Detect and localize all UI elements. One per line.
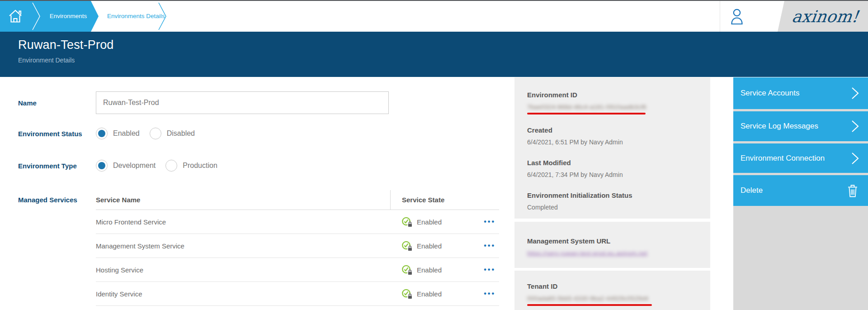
- managed-services-table: Service Name Service State Micro Fronten…: [96, 190, 499, 306]
- topbar-divider: [720, 1, 720, 32]
- name-input[interactable]: [96, 91, 389, 114]
- environment-id-label: Environment ID: [527, 91, 698, 99]
- environment-type-label: Environment Type: [18, 162, 96, 170]
- init-status-label: Environment Initialization Status: [527, 191, 698, 200]
- last-modified-value: 6/4/2021, 7:34 PM by Navy Admin: [527, 171, 698, 179]
- environment-connection-label: Environment Connection: [741, 154, 825, 163]
- created-value: 6/4/2021, 6:51 PM by Navy Admin: [527, 138, 698, 146]
- last-modified-label: Last Modified: [527, 159, 698, 167]
- page-title: Ruwan-Test-Prod: [18, 38, 868, 52]
- chevron-right-icon: [851, 119, 859, 134]
- chevron-right-icon: [851, 86, 859, 100]
- service-state-cell: Enabled •••: [390, 210, 499, 234]
- row-actions-ellipsis-button[interactable]: •••: [484, 218, 495, 225]
- service-state-text: Enabled: [417, 218, 442, 226]
- service-state-text: Enabled: [417, 266, 442, 274]
- environment-id-value-masked: 7bae0324-668d-46c4-a181-0910aadb3cf6: [527, 103, 698, 111]
- table-row: Micro Frontend Service Enabled •••: [96, 210, 499, 234]
- service-state-text: Enabled: [417, 290, 442, 298]
- tenant-id-label: Tenant ID: [527, 282, 698, 291]
- breadcrumb-separator-icon: [0, 1, 50, 32]
- info-card-tenant: Tenant ID 000ada85-5bb5-4330-9ba2-44929c…: [514, 271, 710, 310]
- environment-status-label: Environment Status: [18, 129, 96, 138]
- service-name-cell: Micro Frontend Service: [96, 218, 390, 226]
- redaction-underline: [527, 304, 652, 306]
- enabled-check-lock-icon: [401, 264, 413, 275]
- table-row: Identity Service Enabled •••: [96, 282, 499, 306]
- enabled-check-lock-icon: [401, 240, 413, 251]
- managed-services-label: Managed Services: [18, 190, 96, 204]
- service-state-cell: Enabled •••: [390, 258, 499, 281]
- page-header: Ruwan-Test-Prod Environment Details: [0, 32, 868, 77]
- delete-label: Delete: [741, 186, 763, 195]
- axinom-logo: axinom!: [778, 1, 868, 32]
- axinom-logo-text: axinom!: [786, 7, 860, 26]
- service-name-cell: Hosting Service: [96, 266, 390, 274]
- environment-status-radio-group: Enabled Disabled: [96, 128, 205, 139]
- row-actions-ellipsis-button[interactable]: •••: [484, 290, 495, 297]
- environment-form: Name Environment Status Enabled Disabled…: [0, 77, 513, 306]
- user-icon: [729, 8, 745, 25]
- row-actions-ellipsis-button[interactable]: •••: [484, 266, 495, 273]
- service-accounts-button[interactable]: Service Accounts: [733, 77, 868, 109]
- breadcrumb-bar: Environments Environments Details axinom…: [0, 0, 868, 32]
- service-state-cell: Enabled •••: [390, 234, 499, 258]
- delete-button[interactable]: Delete: [733, 175, 868, 206]
- service-name-cell: Management System Service: [96, 242, 390, 250]
- column-header-service-name: Service Name: [96, 196, 390, 204]
- radio-status-disabled[interactable]: [150, 128, 161, 139]
- environment-info-panel: Environment ID 7bae0324-668d-46c4-a181-0…: [514, 77, 710, 310]
- service-state-text: Enabled: [417, 242, 442, 250]
- radio-status-enabled-label[interactable]: Enabled: [113, 129, 140, 138]
- tenant-id-value-masked: 000ada85-5bb5-4330-9ba2-44929c0529d4: [527, 295, 698, 302]
- radio-status-enabled[interactable]: [96, 128, 108, 139]
- user-menu-button[interactable]: [729, 8, 745, 25]
- column-header-service-state: Service State: [390, 190, 499, 210]
- service-log-messages-button[interactable]: Service Log Messages: [733, 111, 868, 141]
- enabled-check-lock-icon: [401, 288, 413, 299]
- service-accounts-label: Service Accounts: [741, 89, 799, 98]
- page-subtitle: Environment Details: [18, 57, 868, 64]
- table-row: Hosting Service Enabled •••: [96, 258, 499, 282]
- service-name-cell: Identity Service: [96, 290, 390, 298]
- management-system-url-label: Management System URL: [527, 237, 698, 245]
- service-state-cell: Enabled •••: [390, 282, 499, 305]
- name-label: Name: [18, 99, 96, 107]
- created-label: Created: [527, 126, 698, 134]
- breadcrumb-active-arrow: Environments: [0, 1, 99, 32]
- init-status-value: Completed: [527, 204, 698, 211]
- main-content: Name Environment Status Enabled Disabled…: [0, 77, 868, 310]
- radio-type-production-label[interactable]: Production: [183, 162, 217, 170]
- redaction-underline: [527, 113, 646, 114]
- breadcrumb-environments[interactable]: Environments: [47, 1, 90, 32]
- radio-status-disabled-label[interactable]: Disabled: [167, 129, 195, 138]
- radio-type-development[interactable]: [96, 160, 108, 172]
- row-actions-ellipsis-button[interactable]: •••: [484, 242, 495, 249]
- info-card-general: Environment ID 7bae0324-668d-46c4-a181-0…: [514, 77, 710, 219]
- table-header-row: Service Name Service State: [96, 190, 499, 210]
- trash-icon: [846, 183, 859, 198]
- table-row: Management System Service Enabled •••: [96, 234, 499, 258]
- actions-sidebar: Service Accounts Service Log Messages En…: [733, 77, 868, 310]
- breadcrumb-environments-details[interactable]: Environments Details: [107, 1, 165, 32]
- service-log-messages-label: Service Log Messages: [741, 122, 818, 131]
- environment-connection-button[interactable]: Environment Connection: [733, 143, 868, 173]
- radio-type-production[interactable]: [165, 160, 177, 172]
- radio-type-development-label[interactable]: Development: [113, 162, 156, 170]
- info-card-management-url: Management System URL https://serv-ruwan…: [514, 222, 710, 268]
- management-system-url-link-masked[interactable]: https://serv-ruwan-test-prod.eu.axinom.n…: [527, 249, 698, 257]
- environment-type-radio-group: Development Production: [96, 160, 227, 172]
- chevron-right-icon: [851, 151, 859, 166]
- enabled-check-lock-icon: [401, 216, 413, 227]
- breadcrumb-chevron-icon: [157, 1, 168, 32]
